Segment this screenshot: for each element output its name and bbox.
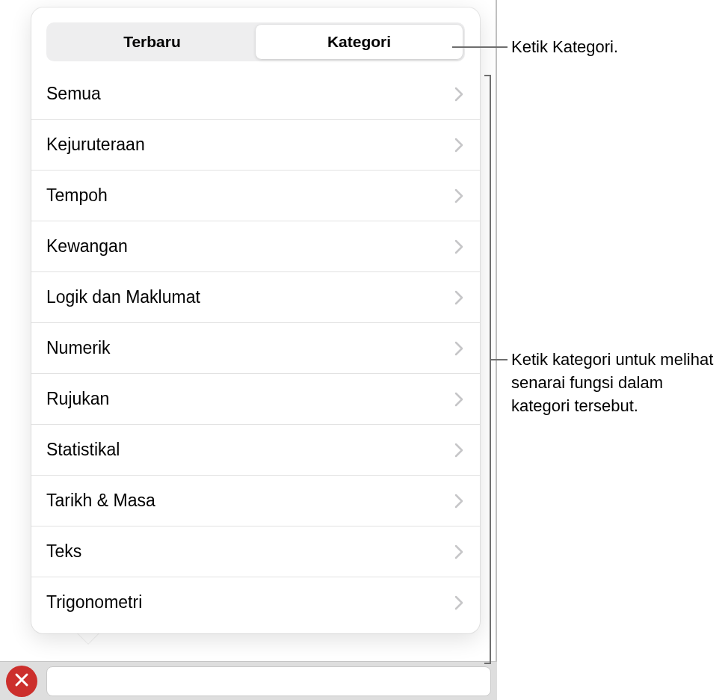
list-item-label: Rujukan (46, 389, 109, 409)
list-item[interactable]: Teks (31, 526, 480, 577)
callout-bracket-cap (484, 663, 490, 664)
list-item-label: Kewangan (46, 236, 128, 257)
list-item-label: Tarikh & Masa (46, 491, 155, 511)
callout-bracket-cap (484, 75, 490, 76)
callout-leader-line (490, 359, 508, 360)
chevron-right-icon (454, 239, 463, 254)
list-item-label: Trigonometri (46, 592, 142, 612)
chevron-right-icon (454, 544, 463, 559)
list-item[interactable]: Tarikh & Masa (31, 476, 480, 526)
list-item[interactable]: Kewangan (31, 221, 480, 272)
list-item[interactable]: Trigonometri (31, 577, 480, 627)
close-button[interactable] (6, 666, 37, 697)
list-item-label: Statistikal (46, 440, 120, 460)
callout-leader-line (452, 46, 508, 48)
list-item[interactable]: Semua (31, 69, 480, 120)
chevron-right-icon (454, 87, 463, 102)
list-item[interactable]: Kejuruteraan (31, 120, 480, 171)
chevron-right-icon (454, 494, 463, 509)
list-item[interactable]: Numerik (31, 323, 480, 374)
list-item-label: Tempoh (46, 185, 108, 206)
tab-category[interactable]: Kategori (256, 25, 463, 59)
tab-recent[interactable]: Terbaru (49, 25, 256, 59)
list-item[interactable]: Tempoh (31, 171, 480, 221)
callout-text: Ketik Kategori. (511, 36, 618, 59)
callout-bracket-line (490, 75, 491, 664)
list-item[interactable]: Rujukan (31, 374, 480, 425)
list-item-label: Numerik (46, 338, 111, 358)
chevron-right-icon (454, 392, 463, 407)
function-browser-popover: Terbaru Kategori Semua Kejuruteraan Temp… (31, 7, 480, 633)
chevron-right-icon (454, 138, 463, 153)
chevron-right-icon (454, 443, 463, 458)
chevron-right-icon (454, 290, 463, 305)
chevron-right-icon (454, 595, 463, 610)
list-item[interactable]: Logik dan Maklumat (31, 272, 480, 323)
app-panel: Terbaru Kategori Semua Kejuruteraan Temp… (0, 0, 497, 700)
list-item-label: Teks (46, 541, 81, 562)
chevron-right-icon (454, 341, 463, 356)
list-item-label: Logik dan Maklumat (46, 287, 200, 307)
list-item[interactable]: Statistikal (31, 425, 480, 476)
segmented-control: Terbaru Kategori (46, 22, 465, 61)
formula-input[interactable] (46, 666, 491, 696)
callout-text: Ketik kategori untuk melihat senarai fun… (511, 349, 721, 417)
list-item-label: Semua (46, 84, 101, 104)
category-list: Semua Kejuruteraan Tempoh Kewangan (31, 69, 480, 627)
list-item-label: Kejuruteraan (46, 135, 145, 155)
close-icon (13, 672, 30, 691)
formula-bar (0, 661, 497, 700)
chevron-right-icon (454, 188, 463, 203)
